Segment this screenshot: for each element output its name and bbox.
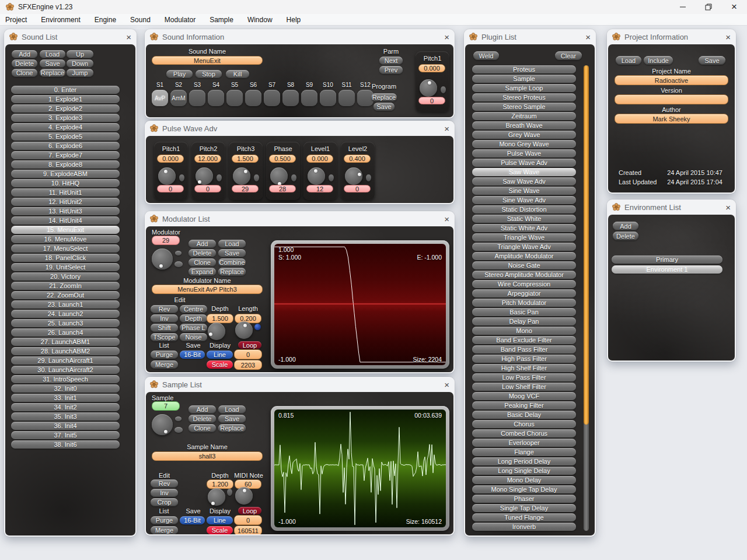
midi-note-knob[interactable]: [235, 487, 253, 505]
loop-button[interactable]: Loop: [238, 341, 261, 349]
sound-list-item[interactable]: 34. Init2: [11, 403, 120, 411]
pulse-pitch1-low-field[interactable]: 0: [157, 185, 184, 192]
sound-list-save-button[interactable]: Save: [40, 60, 65, 68]
program-slot[interactable]: [189, 90, 205, 106]
pulse-wave-adv-header[interactable]: Pulse Wave Adv ×: [145, 121, 455, 136]
pulse-level1-tear-button[interactable]: [329, 174, 334, 181]
plugin-list-item[interactable]: Saw Wave: [472, 168, 576, 176]
sound-list-item[interactable]: 38. Init6: [11, 440, 120, 449]
edit-shift-button[interactable]: Shift: [151, 324, 178, 332]
plugin-list-item[interactable]: Flange: [472, 448, 576, 456]
length-field[interactable]: 0.200: [235, 314, 261, 323]
sound-list-item[interactable]: 14. HitUnit4: [11, 216, 120, 225]
sound-list-item[interactable]: 0. Enter: [11, 86, 120, 94]
sound-list-item[interactable]: 7. Explode7: [11, 151, 120, 159]
knob-nub-down[interactable]: [174, 427, 183, 433]
maximize-icon[interactable]: [696, 0, 721, 14]
tear-button[interactable]: [227, 489, 232, 496]
pulse-pitch2-value-field[interactable]: 12.000: [194, 155, 221, 163]
depth-knob[interactable]: [208, 488, 225, 506]
pitch1-low-field[interactable]: 0: [418, 97, 445, 104]
modulator-list-header[interactable]: Modulator List ×: [145, 211, 455, 226]
sound-list-item[interactable]: 10. HitHQ: [11, 179, 120, 187]
sound-list-item[interactable]: 24. Launch2: [11, 310, 120, 318]
pulse-level2-value-field[interactable]: 0.400: [344, 155, 371, 163]
sound-list-item[interactable]: 3. Explode3: [11, 114, 120, 122]
sound-list-item[interactable]: 22. ZoomOut: [11, 291, 120, 299]
sound-list-item[interactable]: 18. PanelClick: [11, 254, 120, 262]
plugin-list-item[interactable]: Everlooper: [472, 439, 576, 447]
plugin-list-item[interactable]: Band Pass Filter: [472, 345, 576, 354]
edit-crop-button[interactable]: Crop: [151, 498, 178, 506]
sound-list-item[interactable]: 13. HitUnit3: [11, 207, 120, 215]
sound-list-replace-button[interactable]: Replace: [40, 69, 65, 77]
sound-list-item[interactable]: 33. Init1: [11, 394, 120, 402]
plugin-list-item[interactable]: Arpeggiator: [472, 289, 576, 298]
sound-list-item[interactable]: 31. IntroSpeech: [11, 375, 120, 383]
plugin-list-item[interactable]: Zeitraum: [472, 112, 576, 120]
depth-field[interactable]: 1.500: [207, 314, 233, 323]
purge-button[interactable]: Purge: [151, 351, 178, 359]
sound-list-item[interactable]: 4. Explode4: [11, 123, 120, 131]
sample-replace-button[interactable]: Replace: [218, 424, 246, 432]
plugin-list-item[interactable]: Pulse Wave: [472, 149, 576, 158]
loop-button[interactable]: Loop: [238, 507, 261, 514]
author-field[interactable]: Mark Sheeky: [615, 114, 728, 124]
pulse-phase-knob[interactable]: [270, 167, 288, 185]
plugin-list-item[interactable]: Static Distortion: [472, 205, 576, 214]
parm-next-button[interactable]: Next: [379, 57, 403, 65]
scale-button[interactable]: Scale: [207, 360, 233, 369]
scale-button[interactable]: Scale: [207, 526, 233, 534]
knob-nub-down[interactable]: [174, 261, 183, 267]
sound-name-field[interactable]: MenuExit: [152, 56, 263, 65]
close-icon[interactable]: ×: [444, 215, 449, 223]
loop-start-field[interactable]: 0: [234, 515, 262, 525]
sound-list-item[interactable]: 32. Init0: [11, 384, 120, 393]
loop-end-field[interactable]: 160511: [234, 526, 262, 534]
edit-noise-button[interactable]: Noise: [180, 333, 207, 341]
parm-prev-button[interactable]: Prev: [379, 66, 403, 74]
pulse-level1-low-field[interactable]: 12: [306, 185, 333, 192]
plugin-list-item[interactable]: Static White: [472, 215, 576, 223]
pulse-pitch2-low-field[interactable]: 0: [194, 185, 221, 192]
sound-list-load-button[interactable]: Load: [40, 50, 65, 58]
menu-help[interactable]: Help: [287, 16, 301, 24]
plugin-list-item[interactable]: Saw Wave Adv: [472, 177, 576, 186]
program-slot[interactable]: AvP: [152, 90, 168, 106]
pitch1-tear-button[interactable]: [441, 86, 446, 93]
merge-button[interactable]: Merge: [151, 360, 178, 369]
modulator-combine-button[interactable]: Combine: [218, 258, 246, 267]
program-replace-button[interactable]: Replace: [371, 93, 397, 102]
sound-list-delete-button[interactable]: Delete: [12, 60, 37, 68]
sound-list-down-button[interactable]: Down: [67, 60, 93, 68]
plugin-list-item[interactable]: Delay Pan: [472, 317, 576, 326]
pulse-pitch3-tear-button[interactable]: [254, 174, 259, 181]
sound-information-header[interactable]: Sound Information ×: [145, 29, 455, 44]
plugin-list-item[interactable]: Ironverb: [472, 523, 576, 531]
modulator-add-button[interactable]: Add: [189, 240, 216, 248]
length-loop-indicator[interactable]: [254, 324, 261, 330]
project-load-button[interactable]: Load: [616, 56, 641, 65]
depth-field[interactable]: 1.200: [207, 480, 233, 489]
pulse-level2-tear-button[interactable]: [366, 174, 371, 181]
pulse-phase-tear-button[interactable]: [291, 174, 296, 181]
plugin-list-header[interactable]: Plugin List ×: [464, 29, 596, 44]
loop-end-field[interactable]: 2203: [234, 360, 262, 370]
plugin-list-item[interactable]: Breath Wave: [472, 121, 576, 130]
sample-add-button[interactable]: Add: [189, 405, 216, 414]
pitch1-knob[interactable]: [420, 79, 437, 97]
plugin-list-item[interactable]: Chorus: [472, 420, 576, 428]
edit-inv-button[interactable]: Inv: [151, 314, 178, 323]
menu-sound[interactable]: Sound: [130, 16, 151, 24]
depth-knob[interactable]: [208, 323, 225, 340]
sound-list-item[interactable]: 25. Launch3: [11, 319, 120, 327]
stop-button[interactable]: Stop: [196, 70, 222, 78]
plugin-list-item[interactable]: Mono Delay: [472, 476, 576, 484]
merge-button[interactable]: Merge: [151, 526, 178, 534]
project-include-button[interactable]: Include: [644, 56, 673, 65]
sound-list-add-button[interactable]: Add: [12, 50, 37, 58]
sound-list-item[interactable]: 28. LaunchABM2: [11, 347, 120, 355]
plugin-list-item[interactable]: Wire Compression: [472, 280, 576, 288]
edit-centre-button[interactable]: Centre: [180, 305, 207, 313]
edit-inv-button[interactable]: Inv: [151, 489, 178, 497]
